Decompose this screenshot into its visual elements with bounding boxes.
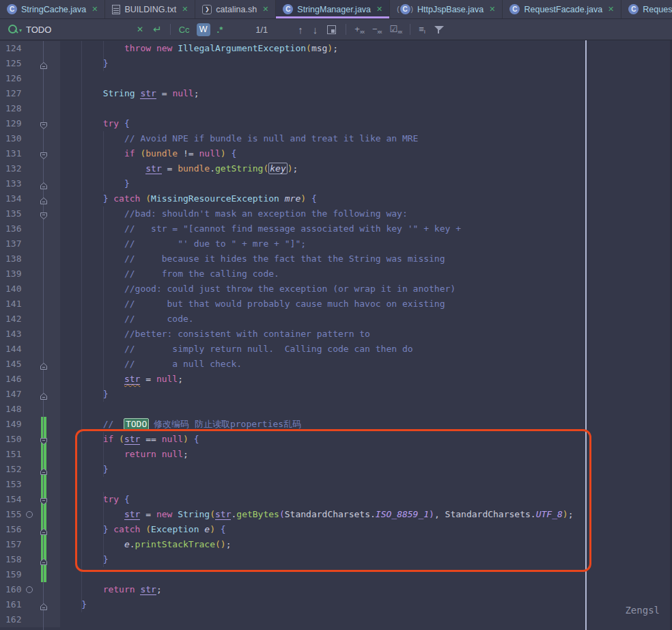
remove-occurrence-icon[interactable]: −xx	[372, 24, 382, 35]
whole-words-toggle-active[interactable]: W	[197, 23, 210, 36]
tab-httpjspbase[interactable]: (C) HttpJspBase.java ✕	[390, 0, 503, 18]
line-number[interactable]: 147	[5, 387, 26, 402]
code-line[interactable]: 128	[0, 101, 672, 116]
search-icon[interactable]: ▾	[8, 24, 20, 35]
fold-up-icon[interactable]	[40, 360, 48, 368]
code-text[interactable]: // but that would probably cause much ha…	[60, 297, 672, 312]
tab-request[interactable]: C Request.java ✕	[621, 0, 672, 18]
line-number[interactable]: 124	[5, 41, 26, 56]
gutter[interactable]: 154	[0, 492, 60, 507]
match-case-toggle[interactable]: Cc	[179, 25, 190, 35]
gutter[interactable]: 150	[0, 432, 60, 447]
gutter[interactable]: 138	[0, 251, 60, 266]
fold-up-icon[interactable]	[40, 465, 48, 474]
gutter[interactable]: 147	[0, 387, 60, 402]
line-number[interactable]: 131	[5, 146, 26, 161]
line-number[interactable]: 154	[5, 492, 26, 507]
code-line[interactable]: 161 }	[0, 597, 672, 612]
fold-up-icon[interactable]	[40, 180, 48, 188]
gutter[interactable]: 132	[0, 161, 60, 176]
clear-search-icon[interactable]: ✕	[137, 25, 143, 34]
gutter[interactable]: 160	[0, 582, 60, 597]
close-icon[interactable]: ✕	[608, 5, 614, 14]
search-query[interactable]: TODO	[26, 25, 51, 35]
code-line[interactable]: 129 try {	[0, 116, 672, 131]
next-occurrence-icon[interactable]: ↓	[313, 24, 318, 36]
line-number[interactable]: 140	[5, 282, 26, 297]
close-icon[interactable]: ✕	[262, 5, 268, 14]
fold-down-icon[interactable]	[40, 150, 48, 158]
gutter[interactable]: 161	[0, 597, 60, 612]
line-number[interactable]: 126	[5, 71, 26, 86]
gutter[interactable]: 144	[0, 342, 60, 357]
code-text[interactable]: //good: could just throw the exception (…	[60, 282, 672, 297]
fold-up-icon[interactable]	[40, 556, 48, 564]
gutter[interactable]: 158	[0, 552, 60, 567]
line-number[interactable]: 158	[5, 552, 26, 567]
code-text[interactable]: str = bundle.getString(key);	[60, 161, 672, 176]
gutter[interactable]: 126	[0, 71, 60, 86]
tab-catalina-sh[interactable]: ❯ catalina.sh ✕	[195, 0, 276, 18]
code-line[interactable]: 133 }	[0, 176, 672, 191]
code-text[interactable]: return str;	[60, 582, 672, 597]
gutter[interactable]: 156	[0, 522, 60, 537]
line-number[interactable]: 127	[5, 86, 26, 101]
code-line[interactable]: 162	[0, 612, 672, 627]
code-line[interactable]: 142 // code.	[0, 312, 672, 327]
regex-toggle[interactable]: .*	[217, 25, 223, 35]
code-line[interactable]: 136 // str = "[cannot find message assoc…	[0, 221, 672, 236]
gutter[interactable]: 143	[0, 327, 60, 342]
gutter[interactable]: 137	[0, 236, 60, 251]
line-number[interactable]: 134	[5, 191, 26, 206]
code-text[interactable]: try {	[60, 116, 672, 131]
gutter[interactable]: 139	[0, 266, 60, 282]
gutter[interactable]: 157	[0, 537, 60, 552]
code-line[interactable]: 143 //better: consistent with container …	[0, 327, 672, 342]
line-number[interactable]: 155	[5, 507, 26, 522]
open-in-find-window-icon[interactable]	[327, 25, 336, 34]
code-text[interactable]	[60, 71, 672, 86]
search-field[interactable]: ▾ TODO	[0, 24, 137, 35]
code-text[interactable]: }	[60, 176, 672, 191]
line-number[interactable]: 150	[5, 432, 26, 447]
code-text[interactable]: // "' due to " + mre + "]";	[60, 236, 672, 251]
code-line[interactable]: 148	[0, 402, 672, 417]
code-text[interactable]: //bad: shouldn't mask an exception the f…	[60, 206, 672, 221]
tab-stringcache[interactable]: C StringCache.java ✕	[0, 0, 105, 18]
code-text[interactable]: str = null;	[60, 372, 672, 387]
gutter[interactable]: 127	[0, 86, 60, 101]
code-text[interactable]	[60, 402, 672, 417]
gutter[interactable]: 135	[0, 206, 60, 221]
fold-up-icon[interactable]	[40, 525, 48, 534]
line-number[interactable]: 132	[5, 161, 26, 176]
code-line[interactable]: 134 } catch (MissingResourceException mr…	[0, 191, 672, 206]
fold-down-icon[interactable]	[40, 435, 48, 443]
fold-down-icon[interactable]	[40, 210, 48, 218]
line-number[interactable]: 137	[5, 236, 26, 251]
close-icon[interactable]: ✕	[92, 5, 98, 14]
code-line[interactable]: 146 str = null;	[0, 372, 672, 387]
close-icon[interactable]: ✕	[489, 5, 495, 14]
previous-occurrence-icon[interactable]: ↑	[298, 24, 303, 36]
fold-up-icon[interactable]	[40, 195, 48, 203]
code-text[interactable]: // from the calling code.	[60, 266, 672, 282]
gutter[interactable]: 153	[0, 477, 60, 492]
tab-stringmanager-active[interactable]: C StringManager.java ✕	[276, 0, 390, 18]
code-text[interactable]: // str = "[cannot find message associate…	[60, 221, 672, 236]
line-number[interactable]: 152	[5, 462, 26, 477]
code-line[interactable]: 127 String str = null;	[0, 86, 672, 101]
search-scope-icon[interactable]: ≡I	[419, 24, 425, 35]
gutter[interactable]: 130	[0, 131, 60, 146]
code-line[interactable]: 147 }	[0, 387, 672, 402]
code-line[interactable]: 131 if (bundle != null) {	[0, 146, 672, 161]
gutter[interactable]: 142	[0, 312, 60, 327]
code-line[interactable]: 125 }	[0, 56, 672, 71]
code-line[interactable]: 145 // a null check.	[0, 357, 672, 372]
line-number[interactable]: 153	[5, 477, 26, 492]
fold-down-icon[interactable]	[40, 495, 48, 504]
line-number[interactable]: 139	[5, 266, 26, 282]
line-number[interactable]: 146	[5, 372, 26, 387]
line-number[interactable]: 148	[5, 402, 26, 417]
line-number[interactable]: 143	[5, 327, 26, 342]
fold-up-icon[interactable]	[40, 59, 48, 68]
